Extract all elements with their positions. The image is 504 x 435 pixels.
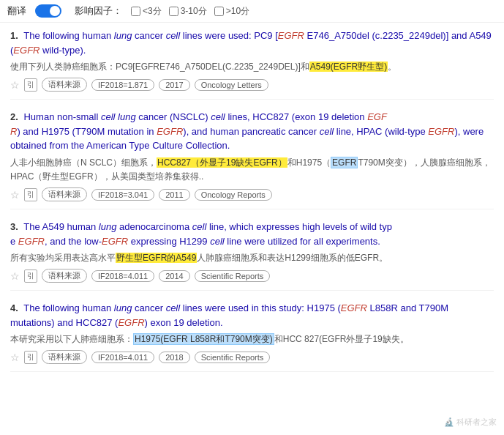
watermark-text: 科研者之家	[456, 417, 497, 426]
cite-icon-1[interactable]: 引	[24, 78, 37, 92]
result-4-cn: 本研究采用以下人肺癌细胞系：H1975(EGFR L858R和T790M突变)和…	[10, 332, 494, 346]
egfr-red-2c: EGFR	[428, 126, 454, 137]
watermark: 🔬 科研者之家	[444, 417, 497, 428]
filter-item-2[interactable]: 3-10分	[169, 5, 207, 18]
result-2-en: 2. Human non-small cell lung cancer (NSC…	[10, 110, 494, 153]
lung-italic-1: lung	[114, 30, 132, 41]
source-tag-1[interactable]: 语料来源	[42, 78, 87, 92]
result-2-footer: ☆ 引 语料来源 IF2018=3.041 2011 Oncology Repo…	[10, 187, 494, 201]
result-4-en: 4. The following human lung cancer cell …	[10, 301, 494, 330]
lung-italic-2: lung	[118, 111, 136, 122]
cell-italic-2: cell	[101, 111, 116, 122]
result-item-3: 3. The A549 human lung adenocarcinoma ce…	[10, 220, 494, 291]
translate-label: 翻译	[7, 4, 26, 18]
filter-item-1[interactable]: <3分	[131, 5, 162, 18]
results-content: 1. The following human lung cancer cell …	[0, 23, 504, 388]
result-3-cn: 所有实验均采用表达高水平野生型EGFR的A549人肺腺癌细胞系和表达H1299细…	[10, 251, 494, 265]
filter-checkbox-1[interactable]	[131, 7, 140, 16]
top-bar: 翻译 影响因子： <3分 3-10分 >10分	[0, 0, 504, 23]
year-tag-1[interactable]: 2017	[159, 79, 189, 91]
source-tag-2[interactable]: 语料来源	[42, 187, 87, 201]
result-item-1: 1. The following human lung cancer cell …	[10, 29, 494, 100]
if-tag-4[interactable]: IF2018=4.011	[91, 352, 154, 363]
year-tag-4[interactable]: 2018	[159, 352, 189, 363]
cn-highlight-3: 野生型EGFR的A549	[116, 253, 197, 263]
cn-highlight-2a: HCC827（外显子19缺失EGFR）	[157, 157, 287, 168]
filter-group: <3分 3-10分 >10分	[131, 5, 249, 18]
star-icon-1[interactable]: ☆	[10, 79, 20, 91]
journal-tag-3[interactable]: Scientific Reports	[195, 270, 271, 282]
filter-item-3[interactable]: >10分	[214, 5, 249, 18]
cite-icon-3[interactable]: 引	[24, 269, 37, 283]
year-tag-3[interactable]: 2014	[159, 270, 189, 282]
egfr-red-4b: EGFR	[118, 317, 144, 328]
result-3-number: 3.	[10, 221, 18, 232]
year-tag-2[interactable]: 2011	[159, 189, 189, 201]
cell2-italic-2: cell	[211, 111, 225, 122]
filter-label-1: <3分	[143, 5, 162, 18]
star-icon-3[interactable]: ☆	[10, 270, 20, 282]
filter-checkbox-2[interactable]	[169, 7, 178, 16]
result-3-en: 3. The A549 human lung adenocarcinoma ce…	[10, 220, 494, 248]
filter-label-2: 3-10分	[181, 5, 207, 18]
result-4-footer: ☆ 引 语料来源 IF2018=4.011 2018 Scientific Re…	[10, 350, 494, 364]
egfr-red-3b: EGFR	[102, 236, 128, 247]
cell3-italic-2: cell	[320, 126, 334, 137]
lung-italic-3: lung	[99, 221, 117, 232]
result-1-footer: ☆ 引 语料来源 IF2018=1.871 2017 Oncology Lett…	[10, 78, 494, 92]
translate-toggle[interactable]	[35, 4, 61, 18]
egfr-red-2b: EGFR	[157, 126, 183, 137]
result-item-2: 2. Human non-small cell lung cancer (NSC…	[10, 110, 494, 209]
filter-checkbox-3[interactable]	[214, 7, 224, 16]
cn-highlight-4: H1975(EGFR L858R和T790M突变)	[133, 333, 274, 345]
result-1-en: 1. The following human lung cancer cell …	[10, 29, 494, 57]
cell-italic-1: cell	[166, 30, 181, 41]
journal-tag-4[interactable]: Scientific Reports	[195, 352, 271, 363]
watermark-icon: 🔬	[444, 417, 454, 426]
egfr-red-1b: EGFR	[13, 45, 40, 56]
source-tag-4[interactable]: 语料来源	[42, 350, 87, 364]
star-icon-2[interactable]: ☆	[10, 189, 20, 201]
if-tag-1[interactable]: IF2018=1.871	[91, 79, 154, 91]
result-1-number: 1.	[10, 30, 18, 41]
result-item-4: 4. The following human lung cancer cell …	[10, 301, 494, 372]
result-2-number: 2.	[10, 111, 18, 122]
journal-tag-2[interactable]: Oncology Reports	[195, 189, 272, 201]
result-2-cn: 人非小细胞肺癌（N SCLC）细胞系，HCC827（外显子19缺失EGFR）和H…	[10, 156, 494, 184]
egfr-red-1: EGFR	[278, 30, 304, 41]
cell2-italic-3: cell	[210, 236, 225, 247]
egfr-red-3a: EGFR	[18, 236, 45, 247]
cite-icon-4[interactable]: 引	[24, 351, 37, 364]
egfr-red-4a: EGFR	[341, 302, 367, 313]
source-tag-3[interactable]: 语料来源	[42, 269, 87, 283]
cn-highlight-2b: EGFR	[331, 157, 358, 168]
star-icon-4[interactable]: ☆	[10, 352, 20, 363]
result-1-cn: 使用下列人类肺癌细胞系：PC9[EGFRE746_A750DEL(C.2235_…	[10, 60, 494, 74]
filter-label-3: >10分	[226, 5, 249, 18]
result-3-footer: ☆ 引 语料来源 IF2018=4.011 2014 Scientific Re…	[10, 269, 494, 283]
cell-italic-4: cell	[166, 302, 181, 313]
if-tag-2[interactable]: IF2018=3.041	[91, 189, 154, 201]
cn-highlight-1: A549(EGFR野生型)	[309, 62, 388, 72]
result-4-number: 4.	[10, 302, 18, 313]
filter-label: 影响因子：	[75, 4, 122, 18]
cite-icon-2[interactable]: 引	[24, 188, 37, 201]
cell-italic-3: cell	[192, 221, 207, 232]
lung-italic-4: lung	[114, 302, 132, 313]
if-tag-3[interactable]: IF2018=4.011	[91, 270, 154, 282]
journal-tag-1[interactable]: Oncology Letters	[195, 79, 268, 91]
